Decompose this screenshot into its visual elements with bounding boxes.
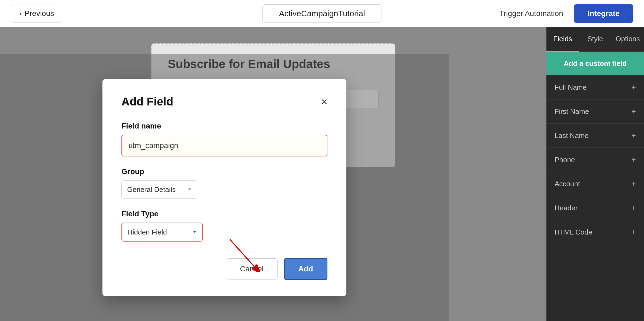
top-bar: ‹ Previous ActiveCampaignTutorial Trigge… (0, 0, 644, 27)
tab-style[interactable]: Style (579, 27, 611, 52)
close-button[interactable]: × (321, 96, 327, 107)
plus-icon: + (632, 131, 636, 140)
field-type-select[interactable]: Hidden Field (121, 223, 203, 242)
list-item[interactable]: Header + (546, 196, 644, 220)
plus-icon: + (632, 204, 636, 212)
integrate-button[interactable]: Integrate (574, 4, 633, 23)
field-name-label: Field name (121, 122, 327, 130)
sidebar-field-label: First Name (555, 107, 589, 116)
previous-label: Previous (24, 9, 54, 18)
field-type-label: Field Type (121, 210, 327, 218)
field-type-section: Field Type Hidden Field (121, 210, 327, 242)
plus-icon: + (632, 179, 636, 188)
list-item[interactable]: First Name + (546, 99, 644, 124)
right-sidebar: Fields Style Options Add a custom field … (546, 27, 644, 321)
list-item[interactable]: Account + (546, 172, 644, 196)
list-item[interactable]: Last Name + (546, 124, 644, 148)
group-select[interactable]: General Details (121, 180, 197, 199)
sidebar-field-label: Phone (555, 156, 575, 164)
close-icon: × (321, 96, 327, 108)
list-item[interactable]: Full Name + (546, 75, 644, 99)
tab-options[interactable]: Options (611, 27, 644, 52)
sidebar-field-label: Last Name (555, 131, 589, 140)
modal-overlay: Add Field × Field name Group General Det… (0, 54, 449, 321)
top-right-actions: Trigger Automation Integrate (494, 4, 633, 23)
plus-icon: + (632, 107, 636, 116)
list-item[interactable]: Phone + (546, 148, 644, 172)
plus-icon: + (632, 228, 636, 236)
sidebar-field-label: Full Name (555, 83, 587, 92)
modal-actions: Cancel Add (121, 258, 327, 280)
chevron-left-icon: ‹ (19, 9, 22, 18)
add-button[interactable]: Add (284, 258, 327, 280)
add-custom-field-button[interactable]: Add a custom field (546, 52, 644, 75)
sidebar-field-label: Header (555, 204, 578, 212)
svg-line-1 (230, 239, 254, 267)
sidebar-tabs: Fields Style Options (546, 27, 644, 52)
trigger-automation-button[interactable]: Trigger Automation (494, 5, 569, 22)
page-title: ActiveCampaignTutorial (262, 4, 381, 23)
sidebar-field-label: Account (555, 180, 580, 188)
red-arrow-indicator (227, 237, 260, 272)
main-area: Subscribe for Email Updates Email* Submi… (0, 27, 644, 321)
previous-button[interactable]: ‹ Previous (11, 5, 62, 23)
plus-icon: + (632, 155, 636, 164)
group-section: Group General Details (121, 167, 327, 199)
add-field-dialog: Add Field × Field name Group General Det… (102, 79, 346, 296)
sidebar-fields-list: Full Name + First Name + Last Name + Pho… (546, 75, 644, 244)
plus-icon: + (632, 83, 636, 92)
field-name-input[interactable] (121, 135, 327, 156)
group-label: Group (121, 167, 327, 176)
modal-title: Add Field (121, 95, 173, 108)
modal-header: Add Field × (121, 95, 327, 108)
list-item[interactable]: HTML Code + (546, 220, 644, 244)
sidebar-field-label: HTML Code (555, 228, 592, 236)
center-content: Subscribe for Email Updates Email* Submi… (0, 27, 546, 321)
tab-fields[interactable]: Fields (546, 27, 579, 52)
